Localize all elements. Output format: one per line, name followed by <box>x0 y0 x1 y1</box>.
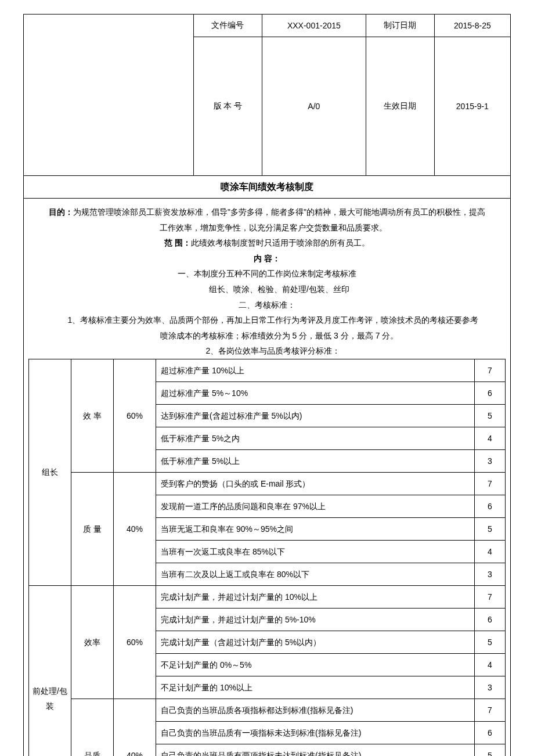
role-cell: 前处理/包装 <box>29 585 71 756</box>
criteria-cell: 自己负责的当班品质有两项指标未达到标准(指标见备注) <box>156 744 475 756</box>
rev-date-label: 制订日期 <box>366 15 434 37</box>
score-cell: 7 <box>475 472 506 495</box>
doc-no-value: XXX-001-2015 <box>262 15 366 37</box>
criteria-cell: 超过标准产量 10%以上 <box>156 359 475 381</box>
criteria-cell: 当班无返工和良率在 90%～95%之间 <box>156 517 475 540</box>
section-2: 二、考核标准： <box>28 297 506 313</box>
score-cell: 7 <box>475 585 506 608</box>
criteria-cell: 完成计划产量，并超过计划产量的 10%以上 <box>156 585 475 608</box>
criteria-cell: 完成计划产量（含超过计划产量的 5%以内） <box>156 631 475 653</box>
role-cell: 组长 <box>29 359 71 585</box>
criteria-cell: 低于标准产量 5%以上 <box>156 449 475 472</box>
score-cell: 3 <box>475 449 506 472</box>
score-cell: 5 <box>475 404 506 427</box>
criteria-cell: 自己负责的当班品质各项指标都达到标准(指标见备注) <box>156 699 475 721</box>
section-2-1b: 喷涂成本的考核标准；标准绩效分为 5 分，最低 3 分，最高 7 分。 <box>28 328 506 344</box>
body-cell: 目的：为规范管理喷涂部员工薪资发放标准，倡导"多劳多得，能者多得"的精神，最大可… <box>24 199 511 757</box>
evaluation-table: 组长效 率60%超过标准产量 10%以上7超过标准产量 5%～10%6达到标准产… <box>28 359 506 756</box>
percent-cell: 60% <box>114 359 156 472</box>
percent-cell: 40% <box>114 472 156 585</box>
metric-cell: 品质 <box>71 699 114 756</box>
criteria-cell: 发现前一道工序的品质问题和良率在 97%以上 <box>156 495 475 517</box>
version-value: A/0 <box>262 37 366 176</box>
score-cell: 7 <box>475 699 506 721</box>
percent-cell: 60% <box>114 585 156 699</box>
metric-cell: 效率 <box>71 585 114 699</box>
purpose-line: 目的：为规范管理喷涂部员工薪资发放标准，倡导"多劳多得，能者多得"的精神，最大可… <box>28 204 506 220</box>
score-cell: 6 <box>475 495 506 517</box>
score-cell: 6 <box>475 608 506 631</box>
criteria-cell: 达到标准产量(含超过标准产量 5%以内) <box>156 404 475 427</box>
section-1: 一、本制度分五种不同的工作岗位来制定考核标准 <box>28 266 506 282</box>
score-cell: 4 <box>475 653 506 676</box>
criteria-cell: 自己负责的当班品质有一项指标未达到标准(指标见备注) <box>156 721 475 744</box>
criteria-cell: 当班有一次返工或良率在 85%以下 <box>156 540 475 563</box>
title-row: 喷涂车间绩效考核制度 <box>24 176 511 199</box>
document-title: 喷涂车间绩效考核制度 <box>24 176 511 199</box>
score-cell: 6 <box>475 381 506 404</box>
score-cell: 5 <box>475 631 506 653</box>
table-row: 前处理/包装效率60%完成计划产量，并超过计划产量的 10%以上7 <box>29 585 506 608</box>
criteria-cell: 超过标准产量 5%～10% <box>156 381 475 404</box>
scope-line: 范 围：此绩效考核制度暂时只适用于喷涂部的所有员工。 <box>28 235 506 251</box>
purpose-label: 目的： <box>49 207 73 217</box>
purpose-text-1: 为规范管理喷涂部员工薪资发放标准，倡导"多劳多得，能者多得"的精神，最大可能地调… <box>73 207 485 217</box>
header-table: 文件编号 XXX-001-2015 制订日期 2015-8-25 版 本 号 A… <box>23 14 511 756</box>
score-cell: 7 <box>475 359 506 381</box>
eff-date-value: 2015-9-1 <box>434 37 510 176</box>
criteria-cell: 当班有二次及以上返工或良率在 80%以下 <box>156 563 475 585</box>
criteria-cell: 受到客户的赞扬（口头的或 E-mail 形式） <box>156 472 475 495</box>
criteria-cell: 不足计划产量的 0%～5% <box>156 653 475 676</box>
document-page: 文件编号 XXX-001-2015 制订日期 2015-8-25 版 本 号 A… <box>0 0 534 756</box>
purpose-text-2: 工作效率，增加竞争性，以充分满足客户交货数量和品质要求。 <box>28 220 506 236</box>
content-label: 内 容： <box>28 251 506 267</box>
score-cell: 5 <box>475 744 506 756</box>
rev-date-value: 2015-8-25 <box>434 15 510 37</box>
version-label: 版 本 号 <box>194 37 262 176</box>
score-cell: 3 <box>475 563 506 585</box>
table-row: 组长效 率60%超过标准产量 10%以上7 <box>29 359 506 381</box>
score-cell: 4 <box>475 427 506 449</box>
score-cell: 4 <box>475 540 506 563</box>
logo-cell <box>24 15 194 176</box>
metric-cell: 质 量 <box>71 472 114 585</box>
doc-no-label: 文件编号 <box>194 15 262 37</box>
criteria-cell: 完成计划产量，并超过计划产量的 5%-10% <box>156 608 475 631</box>
body-row: 目的：为规范管理喷涂部员工薪资发放标准，倡导"多劳多得，能者多得"的精神，最大可… <box>24 199 511 757</box>
scope-text: 此绩效考核制度暂时只适用于喷涂部的所有员工。 <box>191 238 370 247</box>
table-row: 质 量40%受到客户的赞扬（口头的或 E-mail 形式）7 <box>29 472 506 495</box>
score-cell: 3 <box>475 676 506 699</box>
eff-date-label: 生效日期 <box>366 37 434 176</box>
scope-label: 范 围： <box>164 238 191 247</box>
percent-cell: 40% <box>114 699 156 756</box>
criteria-cell: 低于标准产量 5%之内 <box>156 427 475 449</box>
section-1-items: 组长、喷涂、检验、前处理/包装、丝印 <box>28 282 506 297</box>
header-row-1: 文件编号 XXX-001-2015 制订日期 2015-8-25 <box>24 15 511 37</box>
section-2-1a: 1、考核标准主要分为效率、品质两个部份，再加上日常工作行为考评及月度工作考评，喷… <box>28 312 506 328</box>
metric-cell: 效 率 <box>71 359 114 472</box>
table-row: 品质40%自己负责的当班品质各项指标都达到标准(指标见备注)7 <box>29 699 506 721</box>
score-cell: 6 <box>475 721 506 744</box>
score-cell: 5 <box>475 517 506 540</box>
criteria-cell: 不足计划产量的 10%以上 <box>156 676 475 699</box>
section-2-2: 2、各岗位效率与品质考核评分标准： <box>28 343 506 359</box>
